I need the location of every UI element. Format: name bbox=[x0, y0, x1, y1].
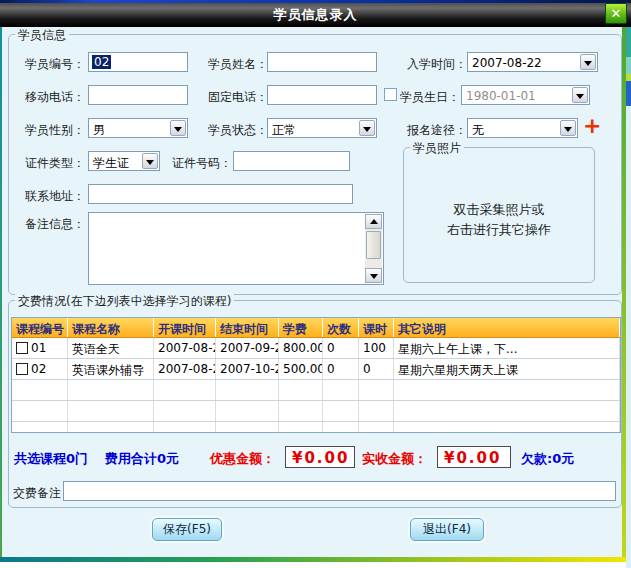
table-cell bbox=[12, 422, 68, 433]
arrow-down-icon bbox=[370, 274, 378, 279]
course-table: 课程编号课程名称开课时间结束时间学费次数课时其它说明 01英语全天2007-08… bbox=[11, 317, 621, 433]
student-name-label: 学员姓名： bbox=[208, 56, 268, 73]
table-row[interactable] bbox=[12, 401, 620, 422]
enroll-date-combo[interactable]: 2007-08-22 bbox=[467, 52, 598, 72]
enroll-channel-label: 报名途径： bbox=[407, 122, 467, 139]
id-type-combo[interactable]: 学生证 bbox=[88, 151, 160, 171]
student-id-input[interactable]: 02 bbox=[88, 52, 188, 72]
column-header[interactable]: 课时 bbox=[359, 318, 394, 337]
photo-panel[interactable]: 学员照片 双击采集照片或 右击进行其它操作 bbox=[403, 147, 595, 283]
arrow-up-icon bbox=[370, 219, 378, 224]
received-label: 实收金额： bbox=[362, 450, 427, 468]
exit-button[interactable]: 退出(F4) bbox=[410, 518, 484, 541]
scrollbar-thumb[interactable] bbox=[366, 231, 381, 259]
table-cell bbox=[12, 401, 68, 421]
table-cell: 星期六星期天两天上课 bbox=[394, 359, 620, 379]
column-header[interactable]: 结束时间 bbox=[216, 318, 279, 337]
column-header[interactable]: 学费 bbox=[279, 318, 323, 337]
chevron-down-icon bbox=[576, 94, 584, 99]
row-checkbox[interactable] bbox=[16, 342, 28, 354]
column-header[interactable]: 开课时间 bbox=[154, 318, 216, 337]
mobile-phone-input[interactable] bbox=[88, 85, 188, 105]
table-row[interactable] bbox=[12, 422, 620, 433]
fixed-phone-input[interactable] bbox=[267, 85, 377, 105]
table-cell: 英语全天 bbox=[68, 338, 154, 358]
table-cell bbox=[68, 380, 154, 400]
table-cell bbox=[216, 380, 279, 400]
table-row[interactable]: 02英语课外辅导2007-08-212007-10-21500.0000星期六星… bbox=[12, 359, 620, 380]
remarks-scrollbar[interactable] bbox=[365, 214, 382, 283]
birthday-combo[interactable]: 1980-01-01 bbox=[461, 85, 590, 105]
gender-dropdown-button[interactable] bbox=[170, 120, 186, 136]
table-cell: 2007-09-21 bbox=[216, 338, 279, 358]
student-id-label: 学员编号： bbox=[25, 56, 85, 73]
discount-amount-box[interactable]: ¥0.00 bbox=[285, 446, 355, 468]
table-cell: 100 bbox=[359, 338, 394, 358]
column-header[interactable]: 次数 bbox=[323, 318, 359, 337]
birthday-checkbox[interactable] bbox=[384, 88, 397, 101]
titlebar-top-line bbox=[0, 0, 631, 3]
remarks-label: 备注信息： bbox=[25, 216, 85, 233]
received-amount-box[interactable]: ¥0.00 bbox=[437, 446, 511, 468]
table-cell bbox=[359, 401, 394, 421]
status-combo[interactable]: 正常 bbox=[267, 118, 377, 138]
column-header[interactable]: 课程名称 bbox=[68, 318, 154, 337]
table-cell bbox=[323, 401, 359, 421]
address-input[interactable] bbox=[88, 184, 353, 204]
remarks-textarea[interactable] bbox=[88, 212, 384, 285]
birthday-dropdown-button[interactable] bbox=[572, 87, 588, 103]
course-table-header: 课程编号课程名称开课时间结束时间学费次数课时其它说明 bbox=[12, 318, 620, 338]
status-label: 学员状态： bbox=[208, 122, 268, 139]
enroll-channel-dropdown-button[interactable] bbox=[560, 120, 576, 136]
table-cell bbox=[279, 422, 323, 433]
scroll-down-button[interactable] bbox=[365, 268, 382, 283]
id-number-input[interactable] bbox=[233, 151, 350, 171]
gender-label: 学员性别： bbox=[25, 122, 85, 139]
table-cell: 星期六上午上课，下... bbox=[394, 338, 620, 358]
student-id-selected-text: 02 bbox=[92, 55, 111, 69]
chevron-down-icon bbox=[363, 127, 371, 132]
table-cell: 2007-10-21 bbox=[216, 359, 279, 379]
table-cell bbox=[12, 380, 68, 400]
close-button[interactable]: ✕ bbox=[605, 3, 627, 24]
id-type-dropdown-button[interactable] bbox=[142, 153, 158, 169]
fixed-phone-label: 固定电话： bbox=[208, 89, 268, 106]
birthday-label: 学员生日： bbox=[400, 89, 460, 106]
table-row[interactable]: 01英语全天2007-08-212007-09-21800.000100星期六上… bbox=[12, 338, 620, 359]
status-dropdown-button[interactable] bbox=[359, 120, 375, 136]
enroll-date-label: 入学时间： bbox=[407, 56, 467, 73]
chevron-down-icon bbox=[584, 61, 592, 66]
arrears-text: 欠款:0元 bbox=[521, 450, 574, 468]
table-cell: 01 bbox=[12, 338, 68, 358]
scroll-up-button[interactable] bbox=[365, 214, 382, 229]
chevron-down-icon bbox=[146, 160, 154, 165]
table-cell bbox=[154, 422, 216, 433]
enroll-date-dropdown-button[interactable] bbox=[580, 54, 596, 70]
window-border-left bbox=[0, 27, 2, 557]
gender-combo[interactable]: 男 bbox=[88, 118, 188, 138]
row-checkbox[interactable] bbox=[16, 363, 28, 375]
add-channel-icon[interactable]: + bbox=[583, 116, 601, 136]
table-cell bbox=[68, 422, 154, 433]
table-row[interactable] bbox=[12, 380, 620, 401]
save-button[interactable]: 保存(F5) bbox=[152, 518, 222, 541]
table-cell bbox=[394, 380, 620, 400]
enroll-channel-combo[interactable]: 无 bbox=[467, 118, 578, 138]
pay-remark-input[interactable] bbox=[63, 481, 616, 501]
table-cell bbox=[154, 380, 216, 400]
mobile-phone-label: 移动电话： bbox=[25, 89, 85, 106]
table-cell: 500.00 bbox=[279, 359, 323, 379]
table-cell bbox=[68, 401, 154, 421]
table-cell: 2007-08-21 bbox=[154, 338, 216, 358]
discount-label: 优惠金额： bbox=[210, 450, 275, 468]
table-cell: 800.00 bbox=[279, 338, 323, 358]
column-header[interactable]: 其它说明 bbox=[394, 318, 620, 337]
table-cell: 英语课外辅导 bbox=[68, 359, 154, 379]
total-fee-text: 费用合计0元 bbox=[105, 450, 179, 468]
student-name-input[interactable] bbox=[267, 52, 377, 72]
column-header[interactable]: 课程编号 bbox=[12, 318, 68, 337]
course-table-body: 01英语全天2007-08-212007-09-21800.000100星期六上… bbox=[12, 338, 620, 433]
table-cell bbox=[279, 401, 323, 421]
table-cell bbox=[323, 380, 359, 400]
photo-hint-text[interactable]: 双击采集照片或 右击进行其它操作 bbox=[404, 200, 594, 240]
